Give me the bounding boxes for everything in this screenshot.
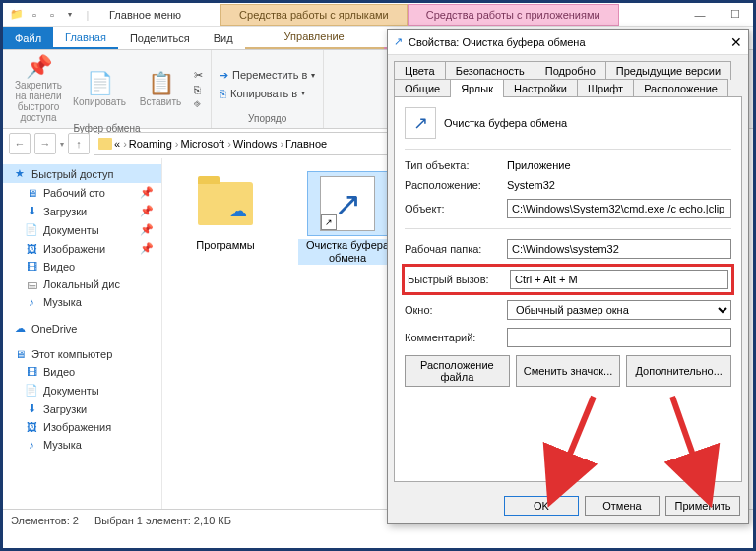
window-title: Главное меню (109, 9, 181, 21)
back-button[interactable]: ← (9, 133, 31, 154)
nav-pc-pictures[interactable]: 🖼Изображения (3, 418, 161, 436)
workdir-input[interactable] (507, 239, 731, 259)
copy-icon: 📄 (87, 71, 113, 96)
pin-icon: 📌 (140, 205, 154, 217)
copy-path-button[interactable]: ⎘ (194, 84, 203, 95)
navigation-pane: ★Быстрый доступ 🖥Рабочий сто📌 ⬇Загрузки📌… (3, 158, 162, 509)
open-file-location-button[interactable]: Расположение файла (405, 355, 510, 387)
paste-shortcut-button[interactable]: ⎆ (194, 97, 203, 109)
tab-view[interactable]: Вид (202, 27, 245, 49)
maximize-button[interactable]: ☐ (718, 3, 753, 27)
tab-colors[interactable]: Цвета (394, 61, 446, 80)
context-tab-app-tools[interactable]: Средства работы с приложениями (408, 4, 619, 26)
move-to-button[interactable]: ➔Переместить в▾ (220, 69, 315, 82)
apply-button[interactable]: Применить (665, 496, 740, 516)
tab-shortcut[interactable]: Ярлык (450, 79, 504, 97)
image-icon: 🖼 (25, 421, 38, 433)
quick-access-toolbar: 📁 ▫ ▫ ▾ | (3, 7, 101, 23)
folder-icon: ☁ (198, 182, 253, 225)
pc-icon: 🖥 (13, 348, 27, 360)
tab-manage-shortcut[interactable]: Управление (245, 27, 384, 49)
drive-icon: 🖴 (25, 278, 38, 290)
tab-previous-versions[interactable]: Предыдущие версии (605, 61, 731, 80)
copy-button[interactable]: 📄 Копировать (72, 54, 127, 123)
music-icon: ♪ (25, 439, 38, 451)
value-location: System32 (507, 179, 731, 191)
nav-music[interactable]: ♪Музыка (3, 293, 161, 311)
advanced-button[interactable]: Дополнительно... (626, 355, 731, 387)
nav-documents[interactable]: 📄Документы📌 (3, 220, 161, 239)
download-icon: ⬇ (25, 205, 38, 217)
window-select[interactable]: Обычный размер окна (507, 300, 731, 320)
tab-settings[interactable]: Настройки (503, 79, 578, 97)
cut-button[interactable]: ✂ (194, 69, 203, 82)
properties-dialog: ↗ Свойства: Очистка буфера обмена ✕ Цвет… (387, 29, 749, 524)
image-icon: 🖼 (25, 243, 38, 255)
close-button[interactable]: ✕ (730, 34, 742, 50)
nav-pictures[interactable]: 🖼Изображени📌 (3, 239, 161, 258)
nav-pc-music[interactable]: ♪Музыка (3, 436, 161, 454)
qat-dropdown-icon[interactable]: ▾ (62, 7, 78, 23)
app-icon: ↗ (394, 35, 403, 48)
nav-desktop[interactable]: 🖥Рабочий сто📌 (3, 183, 161, 202)
nav-downloads[interactable]: ⬇Загрузки📌 (3, 202, 161, 220)
status-item-count: Элементов: 2 (11, 515, 79, 526)
context-tab-shortcut-tools[interactable]: Средства работы с ярлыками (220, 4, 408, 26)
label-type: Тип объекта: (405, 159, 499, 171)
download-icon: ⬇ (25, 402, 38, 415)
tab-details[interactable]: Подробно (535, 61, 606, 80)
label-hotkey: Быстрый вызов: (408, 274, 502, 285)
pin-button[interactable]: 📌 Закрепить на панели быстрого доступа (11, 54, 66, 123)
up-button[interactable]: ↑ (68, 133, 90, 154)
qat-item[interactable]: ▫ (27, 7, 42, 23)
cut-icon: ✂ (194, 69, 203, 82)
video-icon: 🎞 (25, 366, 38, 378)
nav-pc-videos[interactable]: 🎞Видео (3, 363, 161, 381)
nav-onedrive[interactable]: ☁OneDrive (3, 319, 161, 337)
tab-security[interactable]: Безопасность (445, 61, 536, 80)
document-icon: 📄 (25, 384, 38, 397)
onedrive-overlay-icon: ☁ (229, 200, 247, 221)
tab-layout[interactable]: Расположение (633, 79, 728, 97)
dialog-titlebar[interactable]: ↗ Свойства: Очистка буфера обмена ✕ (388, 30, 748, 55)
paste-button[interactable]: 📋 Вставить (133, 54, 188, 123)
folder-programs[interactable]: ☁ Программы (176, 172, 275, 495)
status-selection: Выбран 1 элемент: 2,10 КБ (94, 515, 231, 526)
pin-icon: 📌 (26, 54, 52, 80)
minimize-button[interactable]: — (682, 3, 718, 27)
dialog-title: Свойства: Очистка буфера обмена (409, 36, 586, 48)
nav-videos[interactable]: 🎞Видео (3, 258, 161, 276)
change-icon-button[interactable]: Сменить значок... (516, 355, 621, 387)
target-input[interactable] (507, 199, 731, 218)
folder-icon (98, 138, 112, 150)
forward-button[interactable]: → (34, 133, 56, 154)
video-icon: 🎞 (25, 261, 38, 273)
hotkey-input[interactable] (510, 270, 728, 289)
cancel-button[interactable]: Отмена (585, 496, 660, 516)
folder-icon: 📁 (9, 7, 25, 23)
group-label-organize: Упорядо (220, 113, 315, 124)
shortcut-clear-clipboard[interactable]: ↗ Очистка буфера обмена (298, 172, 397, 495)
nav-pc-documents[interactable]: 📄Документы (3, 381, 161, 399)
pin-icon: 📌 (140, 242, 154, 255)
nav-thispc[interactable]: 🖥Этот компьютер (3, 345, 161, 363)
tab-file[interactable]: Файл (3, 27, 53, 49)
copy-to-button[interactable]: ⎘Копировать в▾ (220, 88, 315, 99)
pin-icon: 📌 (140, 186, 154, 199)
tab-font[interactable]: Шрифт (577, 79, 634, 97)
desktop-icon: 🖥 (25, 187, 38, 199)
shortcut-name: Очистка буфера обмена (444, 117, 567, 129)
nav-localdisk[interactable]: 🖴Локальный дис (3, 276, 161, 293)
star-icon: ★ (13, 167, 27, 180)
ok-button[interactable]: OK (504, 496, 579, 516)
nav-pc-downloads[interactable]: ⬇Загрузки (3, 399, 161, 418)
window-titlebar: 📁 ▫ ▫ ▾ | Главное меню Средства работы с… (3, 3, 753, 27)
comment-input[interactable] (507, 328, 731, 347)
nav-quick-access[interactable]: ★Быстрый доступ (3, 164, 161, 183)
history-dropdown-icon[interactable]: ▾ (60, 140, 64, 149)
qat-item[interactable]: ▫ (44, 7, 60, 23)
move-icon: ➔ (220, 69, 228, 82)
tab-general[interactable]: Общие (394, 79, 451, 97)
tab-home[interactable]: Главная (53, 27, 118, 49)
tab-share[interactable]: Поделиться (118, 27, 202, 49)
